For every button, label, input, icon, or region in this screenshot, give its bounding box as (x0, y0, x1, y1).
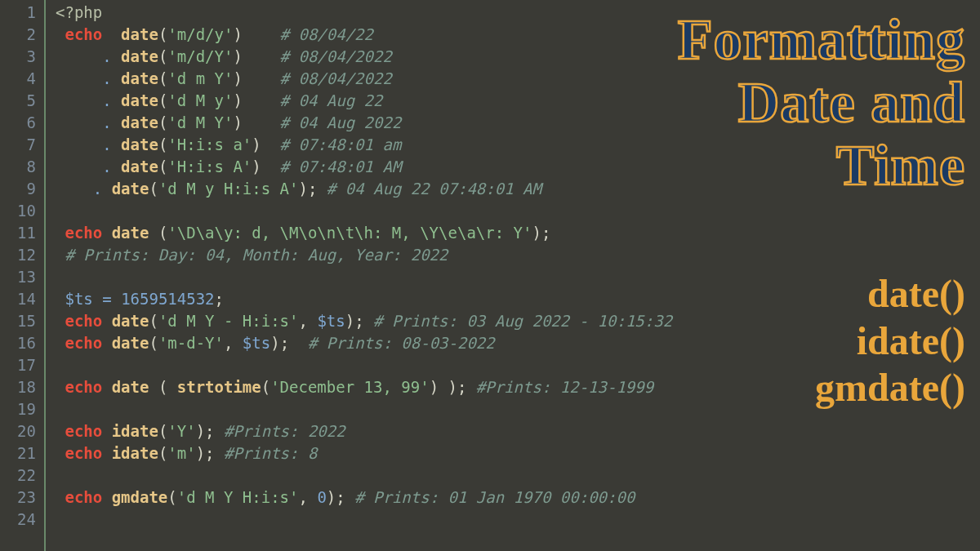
code-line[interactable]: . date('d m Y') # 08/04/2022 (56, 68, 672, 90)
token (112, 69, 121, 87)
token: ) (233, 113, 279, 131)
token: date (112, 378, 149, 396)
token (102, 312, 111, 330)
token: #Prints: 12-13-1999 (476, 378, 653, 396)
token: # 04 Aug 22 (280, 91, 383, 109)
token: # 07:48:01 AM (280, 158, 402, 176)
token: 'd M Y' (167, 113, 233, 131)
token: , (298, 488, 317, 506)
token: date (121, 136, 158, 153)
token: #Prints: 8 (224, 444, 317, 462)
token: # 04 Aug 22 07:48:01 AM (327, 180, 541, 198)
code-line[interactable] (56, 266, 672, 288)
line-number: 8 (0, 156, 36, 178)
token: 0 (317, 488, 326, 506)
token: '\D\a\y: d, \M\o\n\t\h: M, \Y\e\a\r: Y' (167, 224, 532, 242)
token: ) (252, 136, 279, 153)
token: # 04 Aug 2022 (280, 113, 402, 131)
code-line[interactable]: echo date ( strtotime('December 13, 99')… (56, 376, 672, 398)
token: ( (149, 312, 158, 330)
token: ( (158, 113, 167, 131)
code-line[interactable] (56, 398, 672, 420)
token: 'H:i:s a' (167, 136, 252, 153)
line-number: 21 (0, 442, 36, 464)
token: date (121, 25, 158, 43)
token: ) (233, 25, 279, 43)
token: # Prints: 08-03-2022 (308, 334, 495, 352)
code-line[interactable] (56, 464, 672, 487)
line-number: 5 (0, 90, 36, 112)
token: ( (158, 91, 167, 109)
token: ); (196, 444, 224, 462)
line-number: 2 (0, 24, 36, 46)
token: date (112, 180, 149, 198)
line-number: 17 (0, 354, 36, 376)
token: 'd M y' (167, 91, 233, 109)
token (93, 290, 102, 308)
token: 'd M Y H:i:s' (177, 488, 299, 506)
token (56, 290, 65, 308)
token: 'December 13, 99' (270, 378, 429, 396)
token: # Prints: 01 Jan 1970 00:00:00 (354, 488, 635, 506)
token: idate (112, 444, 158, 462)
code-line[interactable] (56, 354, 672, 376)
token: . (102, 158, 111, 176)
code-line[interactable]: . date('d M y') # 04 Aug 22 (56, 90, 672, 112)
token: ( (261, 378, 270, 396)
token: . (102, 113, 111, 131)
code-line[interactable]: . date('H:i:s a') # 07:48:01 am (56, 134, 672, 156)
token: 'd M Y - H:i:s' (158, 312, 299, 330)
token: . (102, 69, 111, 87)
token (102, 444, 111, 462)
code-line[interactable]: echo date('m-d-Y', $ts); # Prints: 08-03… (56, 332, 672, 354)
line-number-gutter: 123456789101112131415161718192021222324 (0, 0, 46, 551)
code-line[interactable]: $ts = 1659514532; (56, 288, 672, 310)
token (102, 488, 111, 506)
token: echo (65, 378, 102, 396)
token: echo (65, 334, 102, 352)
token (56, 312, 65, 330)
code-line[interactable]: . date('H:i:s A') # 07:48:01 AM (56, 156, 672, 178)
code-area[interactable]: <?php echo date('m/d/y') # 08/04/22 . da… (46, 0, 672, 551)
token: echo (65, 25, 102, 43)
token (56, 136, 102, 153)
line-number: 23 (0, 487, 36, 509)
token (56, 378, 65, 396)
code-line[interactable] (56, 200, 672, 222)
code-line[interactable]: . date('d M y H:i:s A'); # 04 Aug 22 07:… (56, 178, 672, 200)
token: #Prints: 2022 (224, 422, 345, 440)
code-line[interactable]: echo idate('Y'); #Prints: 2022 (56, 420, 672, 442)
token (56, 246, 65, 264)
token: . (93, 180, 102, 198)
token: $ts (243, 334, 270, 352)
code-line[interactable] (56, 509, 672, 531)
code-line[interactable]: . date('d M Y') # 04 Aug 2022 (56, 112, 672, 134)
token: ) (252, 158, 279, 176)
token (56, 158, 102, 176)
token: ); (298, 180, 326, 198)
line-number: 20 (0, 420, 36, 442)
token (112, 91, 121, 109)
token (102, 422, 111, 440)
code-line[interactable]: echo date('d M Y - H:i:s', $ts); # Print… (56, 310, 672, 332)
token (112, 113, 121, 131)
code-line[interactable]: echo date ('\D\a\y: d, \M\o\n\t\h: M, \Y… (56, 222, 672, 244)
code-line[interactable]: # Prints: Day: 04, Month: Aug, Year: 202… (56, 244, 672, 266)
line-number: 11 (0, 222, 36, 244)
token (102, 25, 121, 43)
token: ( (149, 180, 158, 198)
token (56, 25, 65, 43)
line-number: 3 (0, 46, 36, 68)
code-editor: 123456789101112131415161718192021222324 … (0, 0, 980, 551)
token: 1659514532 (121, 290, 214, 308)
code-line[interactable]: . date('m/d/Y') # 08/04/2022 (56, 46, 672, 68)
token (102, 334, 111, 352)
token: # 07:48:01 am (280, 136, 402, 153)
code-line[interactable]: echo idate('m'); #Prints: 8 (56, 442, 672, 464)
line-number: 24 (0, 509, 36, 531)
token (56, 91, 102, 109)
code-line[interactable]: echo date('m/d/y') # 08/04/22 (56, 24, 672, 46)
code-line[interactable]: <?php (56, 2, 672, 24)
code-line[interactable]: echo gmdate('d M Y H:i:s', 0); # Prints:… (56, 487, 672, 509)
line-number: 16 (0, 332, 36, 354)
